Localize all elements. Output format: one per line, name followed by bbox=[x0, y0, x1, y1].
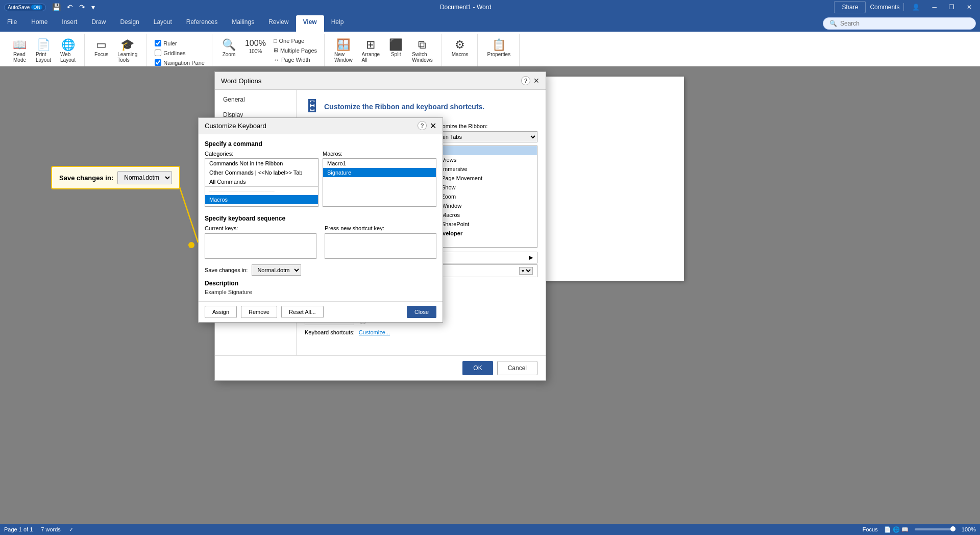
cat-other-commands[interactable]: Other Commands | <<No label>> Tab bbox=[205, 168, 318, 177]
remove-btn[interactable]: Remove bbox=[241, 306, 277, 318]
macro-macro1[interactable]: Macro1 bbox=[323, 159, 436, 168]
print-layout-btn[interactable]: 📄 PrintLayout bbox=[32, 37, 55, 65]
tab-mailings[interactable]: Mailings bbox=[225, 15, 261, 32]
reset-all-btn[interactable]: Reset All... bbox=[281, 306, 324, 318]
ck-help-btn[interactable]: ? bbox=[418, 121, 427, 130]
right-item-sharepoint[interactable]: SharePoint bbox=[431, 220, 537, 229]
right-item-immersive[interactable]: Immersive bbox=[431, 164, 537, 174]
sidebar-item-general[interactable]: General bbox=[215, 92, 296, 107]
ck-close-btn[interactable]: ✕ bbox=[430, 121, 436, 131]
new-shortcut-area[interactable] bbox=[325, 233, 436, 259]
save-btn[interactable]: 💾 bbox=[50, 2, 63, 12]
arrange-all-btn[interactable]: ⊞ ArrangeAll bbox=[358, 37, 384, 65]
current-keys-area[interactable] bbox=[205, 233, 316, 259]
macro-signature[interactable]: Signature bbox=[323, 168, 436, 177]
right-item-macros[interactable]: Macros bbox=[431, 210, 537, 220]
right-item-page-movement[interactable]: Page Movement bbox=[431, 174, 537, 183]
split-btn[interactable]: ⬛ Split bbox=[385, 37, 406, 65]
customize-ribbon-list: ew Views Immersive Page Movement Show Zo… bbox=[431, 145, 537, 248]
search-input[interactable] bbox=[840, 20, 969, 27]
autosave-label: AutoSave bbox=[8, 5, 30, 10]
tab-layout[interactable]: Layout bbox=[146, 15, 179, 32]
zoom-100-icon: 100% bbox=[245, 39, 266, 47]
properties-btn[interactable]: 📋 Properties bbox=[484, 37, 514, 60]
undo-btn[interactable]: ↶ bbox=[65, 2, 75, 12]
redo-btn[interactable]: ↷ bbox=[77, 2, 87, 12]
ck-title-buttons: ? ✕ bbox=[418, 121, 436, 131]
learning-tools-label: LearningTools bbox=[117, 52, 137, 63]
link-dropdown[interactable]: ▾ bbox=[519, 267, 533, 275]
tab-review[interactable]: Review bbox=[261, 15, 296, 32]
save-callout-select[interactable]: Normal.dotm bbox=[117, 171, 172, 184]
zoom-btn[interactable]: 🔍 Zoom bbox=[218, 37, 239, 60]
right-item-show[interactable]: Show bbox=[431, 183, 537, 192]
customize-keyboard-link[interactable]: Customize... bbox=[359, 329, 390, 335]
description-label: Description bbox=[205, 280, 436, 287]
cat-macros[interactable]: Macros bbox=[205, 195, 318, 204]
tab-design[interactable]: Design bbox=[113, 15, 146, 32]
right-item-developer[interactable]: Developer bbox=[431, 229, 537, 238]
new-window-btn[interactable]: 🪟 NewWindow bbox=[331, 37, 356, 65]
read-mode-btn[interactable]: 📖 ReadMode bbox=[9, 37, 30, 65]
one-page-btn[interactable]: □ One Page bbox=[272, 37, 319, 45]
macros-btn[interactable]: ⚙ Macros bbox=[448, 37, 472, 60]
customize-ribbon-dropdown[interactable]: Main Tabs bbox=[431, 131, 537, 142]
ck-save-select[interactable]: Normal.dotm bbox=[252, 264, 301, 276]
assign-btn[interactable]: Assign bbox=[205, 306, 237, 318]
nav-pane-checkbox-label[interactable]: Navigation Pane bbox=[153, 58, 207, 67]
multiple-pages-btn[interactable]: ⊞ Multiple Pages bbox=[272, 46, 319, 55]
tab-home[interactable]: Home bbox=[24, 15, 55, 32]
right-item-views[interactable]: Views bbox=[431, 155, 537, 164]
right-item-ew[interactable]: ew bbox=[431, 146, 537, 155]
web-layout-btn[interactable]: 🌐 WebLayout bbox=[57, 37, 79, 65]
autosave-toggle[interactable]: AutoSave ON bbox=[4, 4, 46, 11]
minimize-btn[interactable]: ─ bbox=[928, 3, 941, 12]
word-options-help-btn[interactable]: ? bbox=[521, 76, 530, 85]
comments-button[interactable]: Comments bbox=[870, 4, 899, 11]
word-options-close-btn[interactable]: ✕ bbox=[533, 76, 540, 85]
tab-help[interactable]: Help bbox=[324, 15, 351, 32]
cat-divider: ──────────────────── bbox=[205, 186, 318, 195]
tab-view[interactable]: View bbox=[296, 15, 324, 32]
right-item-window[interactable]: Window bbox=[431, 201, 537, 210]
cancel-btn[interactable]: Cancel bbox=[497, 361, 537, 375]
cat-not-in-ribbon[interactable]: Commands Not in the Ribbon bbox=[205, 159, 318, 168]
learning-tools-btn[interactable]: 🎓 LearningTools bbox=[114, 37, 141, 65]
tab-insert[interactable]: Insert bbox=[55, 15, 84, 32]
ok-btn[interactable]: OK bbox=[462, 361, 493, 375]
word-options-footer: OK Cancel bbox=[215, 355, 546, 380]
account-icon[interactable]: 👤 bbox=[908, 3, 924, 12]
tab-references[interactable]: References bbox=[179, 15, 225, 32]
right-item-zoom[interactable]: Zoom bbox=[431, 192, 537, 201]
ribbon-search[interactable]: 🔍 bbox=[823, 17, 976, 30]
gridlines-checkbox-label[interactable]: Gridlines bbox=[153, 48, 207, 57]
zoom-slider[interactable] bbox=[915, 528, 955, 530]
view-icons: 📄 🌐 📖 bbox=[884, 526, 909, 533]
close-btn[interactable]: ✕ bbox=[963, 3, 976, 12]
ruler-checkbox[interactable] bbox=[155, 40, 161, 46]
close-dialog-btn[interactable]: Close bbox=[407, 306, 436, 318]
autosave-state: ON bbox=[31, 5, 42, 10]
focus-label[interactable]: Focus bbox=[863, 526, 878, 532]
restore-btn[interactable]: ❐ bbox=[945, 3, 959, 12]
share-button[interactable]: Share bbox=[834, 1, 866, 13]
ribbon-tabs: File Home Insert Draw Design Layout Refe… bbox=[0, 14, 980, 32]
ck-body: Specify a command Categories: Commands N… bbox=[199, 134, 443, 301]
ruler-checkbox-label[interactable]: Ruler bbox=[153, 39, 207, 47]
quick-access-toolbar: 💾 ↶ ↷ ▾ bbox=[50, 2, 97, 12]
arrange-all-label: ArrangeAll bbox=[362, 52, 380, 63]
page-width-btn[interactable]: ↔ Page Width bbox=[272, 56, 319, 64]
focus-btn[interactable]: ▭ Focus bbox=[91, 37, 112, 60]
tab-file[interactable]: File bbox=[0, 15, 24, 32]
gridlines-checkbox[interactable] bbox=[155, 50, 161, 56]
macros-btn-label: Macros bbox=[452, 52, 469, 57]
cat-all-commands[interactable]: All Commands bbox=[205, 177, 318, 186]
tab-draw[interactable]: Draw bbox=[84, 15, 113, 32]
qat-customize-btn[interactable]: ▾ bbox=[89, 2, 97, 12]
page-count: Page 1 of 1 bbox=[4, 526, 33, 532]
cat-fonts[interactable]: Fonts bbox=[205, 204, 318, 207]
switch-windows-btn[interactable]: ⧉ SwitchWindows bbox=[408, 37, 436, 65]
zoom-100-btn[interactable]: 100% 100% bbox=[241, 37, 270, 57]
macros-label: Macros: bbox=[323, 151, 436, 157]
nav-pane-checkbox[interactable] bbox=[155, 59, 161, 66]
